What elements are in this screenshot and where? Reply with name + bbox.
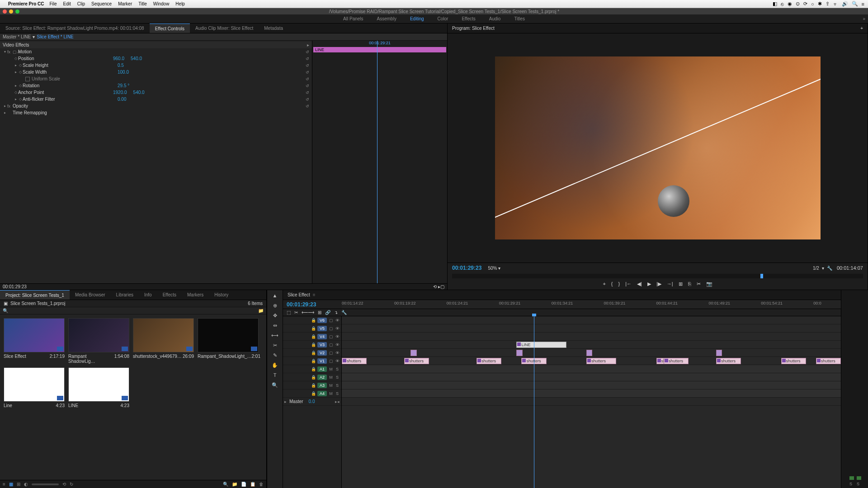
track-lane[interactable] — [342, 398, 841, 406]
clip-shutters[interactable]: shutters — [816, 358, 841, 364]
ec-clip-crumb[interactable]: Slice Effect * LINE — [37, 34, 74, 39]
status-icon[interactable]: ⇪ — [826, 1, 830, 7]
settings-icon[interactable]: 🔧 — [827, 266, 832, 271]
program-scrubber[interactable] — [452, 274, 863, 278]
reset-icon[interactable]: ↺ — [306, 97, 309, 102]
selection-tool[interactable]: ▲ — [271, 293, 278, 300]
status-icon[interactable]: ◉ — [788, 1, 792, 7]
scale-height-value[interactable]: 0.5 — [118, 63, 124, 68]
rotation-value[interactable]: 29.5 ° — [118, 83, 129, 88]
program-zoom[interactable]: 50% ▾ — [488, 266, 500, 271]
master-track-header[interactable]: ▸Master0.0▸◂ — [283, 398, 341, 406]
bin-thumbnail[interactable] — [4, 318, 65, 352]
track-label[interactable]: V2 — [317, 350, 327, 356]
ec-mini-timeline[interactable]: 00:01:29:21 LINE — [312, 41, 447, 283]
workspace-color[interactable]: Color — [438, 16, 448, 21]
menu-edit[interactable]: Edit — [63, 1, 71, 6]
reset-icon[interactable]: ↺ — [306, 70, 309, 75]
nest-icon[interactable]: ⬚ — [287, 310, 291, 315]
ec-time-remap[interactable]: ▸ Time Remapping — [0, 109, 312, 116]
clip-shutters[interactable]: shutters — [404, 358, 429, 364]
search-icon[interactable]: 🔍 — [3, 308, 8, 313]
toggle-output-icon[interactable]: ▢ — [329, 359, 333, 363]
auto-icon[interactable]: ⟲ — [62, 482, 66, 487]
razor-tool[interactable]: ✂ — [271, 343, 278, 350]
twirl-icon[interactable]: ▾ — [3, 50, 7, 54]
ec-rotation[interactable]: ▸ ◇ Rotation 29.5 ° ↺ — [0, 82, 312, 89]
tab-libraries[interactable]: Libraries — [111, 290, 139, 300]
bin-icon[interactable]: 📁 — [258, 308, 264, 313]
insert-icon[interactable]: ↴ — [334, 310, 338, 315]
timeline-ruler[interactable]: 00:01:14:2200:01:19:2200:01:24:2100:01:2… — [342, 300, 841, 309]
go-to-in-button[interactable]: |← — [625, 281, 632, 287]
ec-uniform-scale[interactable]: Uniform Scale ↺ — [0, 75, 312, 82]
status-icon[interactable]: ⊙ — [796, 1, 800, 7]
workspace-audio[interactable]: Audio — [489, 16, 501, 21]
workspace-overflow-icon[interactable]: » — [863, 16, 865, 21]
status-icon[interactable]: ○ — [811, 1, 814, 7]
ec-scale-width[interactable]: ▸ ◇ Scale Width 100.0 ↺ — [0, 69, 312, 75]
timeline-timecode[interactable]: 00:01:29:23 — [283, 301, 342, 308]
toggle-output-icon[interactable]: ▢ — [329, 343, 333, 347]
clip-small[interactable] — [516, 350, 522, 356]
tab-source[interactable]: Source: Slice Effect: Rampant ShadowLigh… — [0, 23, 150, 33]
track-label[interactable]: A1 — [317, 366, 327, 372]
bin-item[interactable]: Slice Effect2:17:19 — [4, 318, 65, 364]
project-search-input[interactable] — [10, 308, 255, 313]
solo-icon[interactable]: S — [335, 383, 340, 388]
twirl-icon[interactable]: ▸ — [14, 84, 18, 88]
go-to-out-button[interactable]: →| — [667, 281, 673, 287]
tab-project[interactable]: Project: Slice Screen Tests_1 — [0, 290, 70, 300]
stopwatch-icon[interactable]: ◇ — [14, 56, 18, 61]
zoom-window[interactable] — [15, 9, 19, 14]
find-icon[interactable]: 🔍 — [223, 482, 228, 487]
reset-icon[interactable]: ↺ — [306, 56, 309, 61]
icon-view-icon[interactable]: ▦ — [9, 482, 13, 487]
scale-width-value[interactable]: 100.0 — [118, 70, 129, 75]
lock-icon[interactable]: 🔒 — [311, 318, 316, 323]
eye-icon[interactable]: 👁 — [335, 343, 340, 347]
track-lane[interactable] — [342, 341, 841, 349]
track-label[interactable]: V1 — [317, 358, 327, 364]
solo-icon[interactable]: S — [335, 375, 340, 380]
solo-icon[interactable]: S — [335, 391, 340, 396]
twirl-icon[interactable]: ▸ — [14, 70, 18, 74]
bin-thumbnail[interactable] — [4, 367, 65, 402]
notification-icon[interactable]: ≡ — [862, 1, 864, 7]
ec-motion[interactable]: ▾ fx ▢↗ Motion ↺ — [0, 48, 312, 55]
bin-thumbnail[interactable] — [133, 318, 194, 352]
track-lane[interactable] — [342, 333, 841, 341]
hand-tool[interactable]: ✋ — [271, 362, 278, 370]
twirl-icon[interactable]: ▸ — [14, 63, 18, 67]
tab-effect-controls[interactable]: Effect Controls — [150, 23, 190, 33]
toggle-output-icon[interactable]: ▢ — [329, 326, 333, 331]
new-bin-icon[interactable]: 📁 — [232, 482, 237, 487]
link-icon[interactable]: 🔗 — [325, 310, 330, 315]
bin-thumbnail[interactable] — [68, 367, 129, 402]
clip-shutters[interactable]: shutters — [664, 358, 689, 364]
ec-opacity[interactable]: ▸ fx Opacity ↺ — [0, 103, 312, 109]
track-lane[interactable] — [342, 389, 841, 398]
video-track-header[interactable]: 🔒V5▢👁 — [283, 324, 341, 333]
audio-track-header[interactable]: 🔒A1MS — [283, 365, 341, 373]
menu-file[interactable]: File — [49, 1, 57, 6]
track-lane[interactable] — [342, 381, 841, 389]
position-y[interactable]: 540.0 — [131, 56, 142, 61]
track-label[interactable]: V4 — [317, 334, 327, 339]
tab-info[interactable]: Info — [139, 290, 157, 300]
settings-icon[interactable]: 🔧 — [341, 310, 347, 315]
clip-shutters[interactable]: shutters — [586, 358, 616, 364]
stopwatch-icon[interactable]: ◇ — [18, 70, 23, 74]
rate-stretch-tool[interactable]: ⟷ — [271, 333, 278, 340]
twirl-icon[interactable]: ▸ — [14, 97, 18, 101]
add-marker-button[interactable]: + — [603, 281, 605, 287]
video-track-header[interactable]: 🔒V3▢👁 — [283, 341, 341, 349]
video-track-header[interactable]: 🔒V1▢👁 — [283, 357, 341, 365]
mute-icon[interactable]: M — [329, 367, 333, 371]
track-lane[interactable] — [342, 373, 841, 381]
ec-anchor[interactable]: ◇ Anchor Point 1920.0 540.0 ↺ — [0, 89, 312, 96]
mute-icon[interactable]: M — [329, 375, 333, 380]
snap-icon[interactable]: ✂ — [294, 310, 298, 315]
bin-thumbnail[interactable] — [68, 318, 129, 352]
status-icon[interactable]: ✱ — [818, 1, 822, 7]
